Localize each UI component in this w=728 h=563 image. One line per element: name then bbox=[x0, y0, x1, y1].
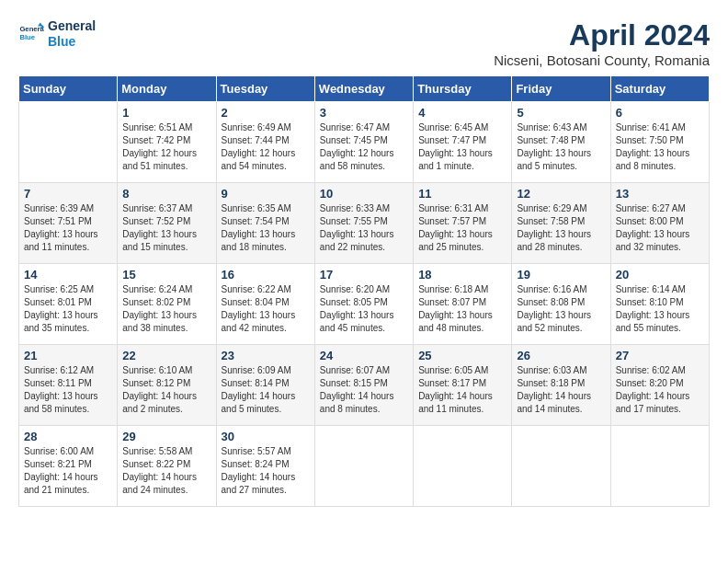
day-info: Sunrise: 6:03 AM Sunset: 8:18 PM Dayligh… bbox=[517, 364, 605, 416]
calendar-cell: 8Sunrise: 6:37 AM Sunset: 7:52 PM Daylig… bbox=[118, 183, 216, 264]
week-row-3: 14Sunrise: 6:25 AM Sunset: 8:01 PM Dayli… bbox=[19, 264, 710, 345]
day-number: 7 bbox=[24, 187, 112, 201]
day-number: 27 bbox=[616, 349, 704, 362]
calendar-cell bbox=[610, 426, 709, 507]
day-info: Sunrise: 6:33 AM Sunset: 7:55 PM Dayligh… bbox=[320, 202, 408, 254]
week-row-1: 1Sunrise: 6:51 AM Sunset: 7:42 PM Daylig… bbox=[19, 102, 710, 183]
day-number: 17 bbox=[320, 268, 408, 282]
week-row-5: 28Sunrise: 6:00 AM Sunset: 8:21 PM Dayli… bbox=[19, 426, 710, 507]
day-info: Sunrise: 6:37 AM Sunset: 7:52 PM Dayligh… bbox=[122, 202, 210, 254]
day-header-tuesday: Tuesday bbox=[216, 76, 314, 102]
day-info: Sunrise: 6:25 AM Sunset: 8:01 PM Dayligh… bbox=[24, 283, 112, 335]
day-info: Sunrise: 6:16 AM Sunset: 8:08 PM Dayligh… bbox=[517, 283, 605, 335]
day-number: 1 bbox=[122, 106, 210, 120]
calendar-cell: 1Sunrise: 6:51 AM Sunset: 7:42 PM Daylig… bbox=[118, 102, 216, 183]
calendar-cell: 6Sunrise: 6:41 AM Sunset: 7:50 PM Daylig… bbox=[610, 102, 709, 183]
day-info: Sunrise: 6:27 AM Sunset: 8:00 PM Dayligh… bbox=[616, 202, 704, 254]
logo: General Blue General Blue bbox=[18, 18, 96, 50]
day-number: 13 bbox=[616, 187, 704, 201]
calendar-cell: 11Sunrise: 6:31 AM Sunset: 7:57 PM Dayli… bbox=[414, 183, 512, 264]
calendar-cell: 24Sunrise: 6:07 AM Sunset: 8:15 PM Dayli… bbox=[314, 345, 413, 426]
day-number: 14 bbox=[24, 268, 112, 282]
day-info: Sunrise: 6:39 AM Sunset: 7:51 PM Dayligh… bbox=[24, 202, 112, 254]
calendar-table: SundayMondayTuesdayWednesdayThursdayFrid… bbox=[18, 75, 710, 507]
day-info: Sunrise: 6:20 AM Sunset: 8:05 PM Dayligh… bbox=[320, 283, 408, 335]
calendar-cell: 16Sunrise: 6:22 AM Sunset: 8:04 PM Dayli… bbox=[216, 264, 314, 345]
logo-text-line1: General bbox=[48, 18, 96, 34]
calendar-cell: 28Sunrise: 6:00 AM Sunset: 8:21 PM Dayli… bbox=[19, 426, 118, 507]
day-number: 22 bbox=[122, 349, 210, 362]
logo-text-line2: Blue bbox=[48, 34, 96, 50]
calendar-cell bbox=[512, 426, 610, 507]
day-header-wednesday: Wednesday bbox=[314, 76, 413, 102]
day-info: Sunrise: 6:14 AM Sunset: 8:10 PM Dayligh… bbox=[616, 283, 704, 335]
calendar-cell: 7Sunrise: 6:39 AM Sunset: 7:51 PM Daylig… bbox=[19, 183, 118, 264]
day-number: 25 bbox=[418, 349, 506, 362]
day-number: 5 bbox=[517, 106, 605, 120]
day-number: 24 bbox=[320, 349, 408, 362]
day-info: Sunrise: 6:24 AM Sunset: 8:02 PM Dayligh… bbox=[122, 283, 210, 335]
calendar-cell: 25Sunrise: 6:05 AM Sunset: 8:17 PM Dayli… bbox=[414, 345, 512, 426]
calendar-title: April 2024 bbox=[494, 18, 710, 52]
day-info: Sunrise: 6:47 AM Sunset: 7:45 PM Dayligh… bbox=[320, 121, 408, 173]
day-number: 8 bbox=[122, 187, 210, 201]
day-number: 2 bbox=[222, 106, 310, 120]
day-info: Sunrise: 6:41 AM Sunset: 7:50 PM Dayligh… bbox=[616, 121, 704, 173]
calendar-cell: 29Sunrise: 5:58 AM Sunset: 8:22 PM Dayli… bbox=[118, 426, 216, 507]
day-header-thursday: Thursday bbox=[414, 76, 512, 102]
calendar-cell: 15Sunrise: 6:24 AM Sunset: 8:02 PM Dayli… bbox=[118, 264, 216, 345]
calendar-cell: 20Sunrise: 6:14 AM Sunset: 8:10 PM Dayli… bbox=[610, 264, 709, 345]
calendar-cell: 3Sunrise: 6:47 AM Sunset: 7:45 PM Daylig… bbox=[314, 102, 413, 183]
calendar-cell: 2Sunrise: 6:49 AM Sunset: 7:44 PM Daylig… bbox=[216, 102, 314, 183]
week-row-2: 7Sunrise: 6:39 AM Sunset: 7:51 PM Daylig… bbox=[19, 183, 710, 264]
day-info: Sunrise: 6:05 AM Sunset: 8:17 PM Dayligh… bbox=[418, 364, 506, 416]
day-number: 29 bbox=[122, 430, 210, 443]
title-section: April 2024 Nicseni, Botosani County, Rom… bbox=[494, 18, 710, 68]
day-number: 16 bbox=[222, 268, 310, 282]
calendar-cell: 12Sunrise: 6:29 AM Sunset: 7:58 PM Dayli… bbox=[512, 183, 610, 264]
svg-text:Blue: Blue bbox=[19, 32, 35, 40]
calendar-cell: 21Sunrise: 6:12 AM Sunset: 8:11 PM Dayli… bbox=[19, 345, 118, 426]
page-header: General Blue General Blue April 2024 Nic… bbox=[18, 18, 710, 68]
day-number: 19 bbox=[517, 268, 605, 282]
day-info: Sunrise: 6:43 AM Sunset: 7:48 PM Dayligh… bbox=[517, 121, 605, 173]
calendar-cell: 23Sunrise: 6:09 AM Sunset: 8:14 PM Dayli… bbox=[216, 345, 314, 426]
logo-icon: General Blue bbox=[18, 21, 44, 47]
calendar-cell: 10Sunrise: 6:33 AM Sunset: 7:55 PM Dayli… bbox=[314, 183, 413, 264]
calendar-cell: 19Sunrise: 6:16 AM Sunset: 8:08 PM Dayli… bbox=[512, 264, 610, 345]
day-info: Sunrise: 6:29 AM Sunset: 7:58 PM Dayligh… bbox=[517, 202, 605, 254]
day-number: 30 bbox=[222, 430, 310, 443]
day-header-sunday: Sunday bbox=[19, 76, 118, 102]
calendar-cell: 5Sunrise: 6:43 AM Sunset: 7:48 PM Daylig… bbox=[512, 102, 610, 183]
day-info: Sunrise: 5:58 AM Sunset: 8:22 PM Dayligh… bbox=[122, 445, 210, 497]
calendar-cell: 4Sunrise: 6:45 AM Sunset: 7:47 PM Daylig… bbox=[414, 102, 512, 183]
day-info: Sunrise: 5:57 AM Sunset: 8:24 PM Dayligh… bbox=[222, 445, 310, 497]
day-info: Sunrise: 6:18 AM Sunset: 8:07 PM Dayligh… bbox=[418, 283, 506, 335]
day-number: 12 bbox=[517, 187, 605, 201]
day-info: Sunrise: 6:22 AM Sunset: 8:04 PM Dayligh… bbox=[222, 283, 310, 335]
day-info: Sunrise: 6:49 AM Sunset: 7:44 PM Dayligh… bbox=[222, 121, 310, 173]
day-number: 6 bbox=[616, 106, 704, 120]
day-number: 18 bbox=[418, 268, 506, 282]
calendar-cell: 17Sunrise: 6:20 AM Sunset: 8:05 PM Dayli… bbox=[314, 264, 413, 345]
calendar-cell: 9Sunrise: 6:35 AM Sunset: 7:54 PM Daylig… bbox=[216, 183, 314, 264]
day-info: Sunrise: 6:51 AM Sunset: 7:42 PM Dayligh… bbox=[122, 121, 210, 173]
calendar-header-row: SundayMondayTuesdayWednesdayThursdayFrid… bbox=[19, 76, 710, 102]
day-info: Sunrise: 6:07 AM Sunset: 8:15 PM Dayligh… bbox=[320, 364, 408, 416]
day-number: 3 bbox=[320, 106, 408, 120]
calendar-cell: 27Sunrise: 6:02 AM Sunset: 8:20 PM Dayli… bbox=[610, 345, 709, 426]
calendar-cell: 22Sunrise: 6:10 AM Sunset: 8:12 PM Dayli… bbox=[118, 345, 216, 426]
calendar-subtitle: Nicseni, Botosani County, Romania bbox=[494, 52, 710, 68]
day-header-saturday: Saturday bbox=[610, 76, 709, 102]
calendar-cell: 26Sunrise: 6:03 AM Sunset: 8:18 PM Dayli… bbox=[512, 345, 610, 426]
day-info: Sunrise: 6:00 AM Sunset: 8:21 PM Dayligh… bbox=[24, 445, 112, 497]
day-info: Sunrise: 6:35 AM Sunset: 7:54 PM Dayligh… bbox=[222, 202, 310, 254]
day-info: Sunrise: 6:12 AM Sunset: 8:11 PM Dayligh… bbox=[24, 364, 112, 416]
day-number: 15 bbox=[122, 268, 210, 282]
calendar-cell: 18Sunrise: 6:18 AM Sunset: 8:07 PM Dayli… bbox=[414, 264, 512, 345]
calendar-cell bbox=[19, 102, 118, 183]
day-info: Sunrise: 6:31 AM Sunset: 7:57 PM Dayligh… bbox=[418, 202, 506, 254]
calendar-body: 1Sunrise: 6:51 AM Sunset: 7:42 PM Daylig… bbox=[19, 102, 710, 507]
day-number: 9 bbox=[222, 187, 310, 201]
calendar-cell: 30Sunrise: 5:57 AM Sunset: 8:24 PM Dayli… bbox=[216, 426, 314, 507]
